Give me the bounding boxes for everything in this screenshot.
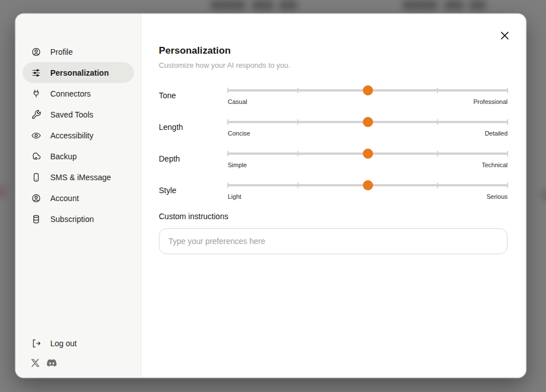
- slider-max-label: Technical: [482, 162, 508, 168]
- sidebar-nav: Profile Personalization Connectors Saved…: [16, 14, 141, 229]
- logout-icon: [31, 338, 41, 349]
- slider-label: Tone: [159, 91, 228, 100]
- sidebar-item-profile[interactable]: Profile: [23, 41, 134, 62]
- sidebar-item-label: Account: [50, 194, 79, 203]
- sidebar-item-label: Subscription: [50, 215, 94, 224]
- cloud-icon: [31, 151, 41, 162]
- slider-tick: [297, 182, 298, 188]
- slider-track-length[interactable]: [228, 117, 508, 127]
- sidebar-item-label: Personalization: [50, 68, 109, 77]
- slider-label: Style: [159, 186, 228, 195]
- custom-instructions-label: Custom instructions: [159, 212, 508, 221]
- slider-tick: [297, 151, 298, 156]
- slider-tick: [507, 182, 508, 188]
- slider-tick: [227, 119, 228, 125]
- slider-min-label: Casual: [228, 98, 247, 105]
- slider-tick: [507, 119, 508, 125]
- sidebar-item-label: Profile: [50, 47, 73, 56]
- sidebar-item-subscription[interactable]: Subscription: [23, 208, 134, 229]
- slider-max-label: Professional: [473, 98, 508, 105]
- slider-row-style: Style Light Serious: [159, 180, 508, 200]
- discord-icon[interactable]: [47, 358, 57, 368]
- logout-label: Log out: [50, 339, 77, 348]
- sidebar-item-label: Connectors: [50, 89, 91, 98]
- sidebar-item-accessibility[interactable]: Accessibility: [23, 125, 134, 146]
- sidebar-item-label: Accessibility: [50, 131, 93, 140]
- slider-min-label: Concise: [228, 130, 250, 137]
- custom-instructions-section: Custom instructions: [159, 212, 508, 254]
- page-title: Personalization: [159, 45, 508, 57]
- slider-track-tone[interactable]: [228, 85, 508, 95]
- slider-tick: [507, 88, 508, 93]
- slider-tick: [437, 151, 438, 156]
- slider-row-tone: Tone Casual Professional: [159, 85, 508, 105]
- slider-tick: [227, 88, 228, 93]
- page-subtitle: Customize how your AI responds to you.: [159, 61, 508, 69]
- slider-tick: [227, 151, 228, 156]
- wrench-icon: [31, 110, 41, 120]
- blurred-background-content: [444, 0, 463, 10]
- sidebar-item-personalization[interactable]: Personalization: [23, 62, 134, 83]
- blurred-background-content: [402, 0, 437, 10]
- sidebar-item-label: SMS & iMessage: [50, 173, 111, 182]
- slider-track-depth[interactable]: [228, 149, 508, 159]
- phone-icon: [31, 172, 41, 182]
- sidebar-item-label: Saved Tools: [50, 110, 93, 119]
- sidebar-item-connectors[interactable]: Connectors: [23, 83, 134, 104]
- slider-thumb-style[interactable]: [363, 180, 373, 190]
- logout-button[interactable]: Log out: [23, 333, 134, 354]
- slider-tick: [227, 182, 228, 188]
- slider-thumb-length[interactable]: [363, 117, 373, 127]
- slider-label: Depth: [159, 154, 228, 163]
- blurred-background-content: [0, 185, 6, 198]
- blurred-background-content: [252, 0, 274, 10]
- x-icon[interactable]: [31, 359, 40, 367]
- slider-tick: [437, 88, 438, 93]
- slider-max-label: Serious: [487, 193, 508, 200]
- slider-min-label: Light: [228, 193, 241, 200]
- sliders-icon: [31, 68, 41, 78]
- plug-icon: [31, 89, 41, 99]
- user-circle-icon: [31, 47, 41, 57]
- sidebar-item-account[interactable]: Account: [23, 188, 134, 208]
- personalization-panel: Personalization Customize how your AI re…: [141, 14, 526, 377]
- slider-min-label: Simple: [228, 162, 247, 168]
- user-circle-icon: [31, 193, 41, 203]
- sidebar-item-sms-imessage[interactable]: SMS & iMessage: [23, 167, 134, 188]
- blurred-background-content: [279, 0, 297, 10]
- database-icon: [31, 214, 41, 224]
- blurred-background-content: [541, 190, 546, 200]
- slider-group: Tone Casual Professional Length: [159, 85, 508, 200]
- slider-tick: [437, 119, 438, 125]
- social-links: [23, 354, 134, 368]
- slider-thumb-depth[interactable]: [363, 149, 373, 159]
- slider-row-length: Length Concise Detailed: [159, 117, 508, 137]
- sidebar-bottom: Log out: [23, 333, 134, 368]
- settings-modal: Profile Personalization Connectors Saved…: [16, 14, 526, 377]
- slider-tick: [297, 88, 298, 93]
- slider-tick: [437, 182, 438, 188]
- slider-thumb-tone[interactable]: [363, 85, 373, 95]
- slider-max-label: Detailed: [485, 130, 508, 137]
- slider-row-depth: Depth Simple Technical: [159, 149, 508, 168]
- close-icon: [499, 30, 510, 41]
- slider-track-style[interactable]: [228, 180, 508, 190]
- custom-instructions-input[interactable]: [159, 228, 508, 254]
- slider-tick: [507, 151, 508, 156]
- settings-sidebar: Profile Personalization Connectors Saved…: [16, 14, 141, 377]
- sidebar-item-backup[interactable]: Backup: [23, 146, 134, 167]
- eye-icon: [31, 130, 41, 141]
- blurred-background-content: [210, 0, 245, 10]
- sidebar-item-label: Backup: [50, 152, 77, 161]
- close-button[interactable]: [497, 28, 512, 43]
- slider-label: Length: [159, 123, 228, 132]
- sidebar-item-saved-tools[interactable]: Saved Tools: [23, 104, 134, 125]
- slider-tick: [297, 119, 298, 125]
- blurred-background-content: [469, 0, 486, 10]
